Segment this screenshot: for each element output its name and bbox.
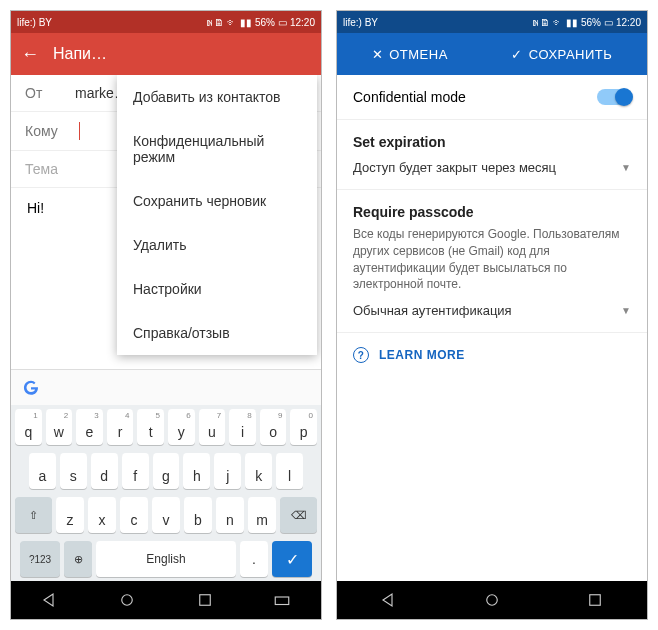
key-y[interactable]: 6y — [168, 409, 195, 445]
key-h[interactable]: h — [183, 453, 210, 489]
nav-home-icon[interactable] — [483, 591, 501, 609]
to-label: Кому — [25, 123, 75, 139]
help-icon: ? — [353, 347, 369, 363]
menu-delete[interactable]: Удалить — [117, 223, 317, 267]
toggle-switch[interactable] — [597, 89, 631, 105]
status-time: 12:20 — [616, 17, 641, 28]
svg-rect-1 — [200, 595, 211, 606]
check-icon: ✓ — [511, 47, 523, 62]
learn-more-link[interactable]: ? LEARN MORE — [337, 333, 647, 377]
menu-settings[interactable]: Настройки — [117, 267, 317, 311]
key-d[interactable]: d — [91, 453, 118, 489]
key-symbols[interactable]: ?123 — [20, 541, 60, 577]
passcode-title: Require passcode — [353, 204, 631, 220]
back-icon[interactable]: ← — [21, 44, 39, 65]
key-c[interactable]: c — [120, 497, 148, 533]
key-row-1: 1q 2w 3e 4r 5t 6y 7u 8i 9o 0p — [11, 405, 321, 449]
key-t[interactable]: 5t — [137, 409, 164, 445]
cancel-button[interactable]: ✕ ОТМЕНА — [372, 47, 448, 62]
menu-add-contacts[interactable]: Добавить из контактов — [117, 75, 317, 119]
key-u[interactable]: 7u — [199, 409, 226, 445]
svg-point-0 — [122, 595, 133, 606]
key-space[interactable]: English — [96, 541, 236, 577]
menu-confidential[interactable]: Конфиденциальный режим — [117, 119, 317, 179]
svg-rect-2 — [276, 597, 290, 605]
overflow-menu: Добавить из контактов Конфиденциальный р… — [117, 75, 317, 355]
key-l[interactable]: l — [276, 453, 303, 489]
menu-help[interactable]: Справка/отзыв — [117, 311, 317, 355]
key-w[interactable]: 2w — [46, 409, 73, 445]
confidential-label: Confidential mode — [353, 89, 466, 105]
key-q[interactable]: 1q — [15, 409, 42, 445]
status-bar: life:) BY ℕ 🗎 ᯤ ▮▮ 56% ▭ 12:20 — [11, 11, 321, 33]
status-signal: ▮▮ 56% — [566, 17, 601, 28]
key-m[interactable]: m — [248, 497, 276, 533]
status-time: 12:20 — [290, 17, 315, 28]
passcode-section: Require passcode Все коды генерируются G… — [337, 190, 647, 333]
expiration-dropdown[interactable]: Доступ будет закрыт через месяц ▼ — [353, 160, 631, 175]
status-battery: ▭ — [278, 17, 287, 28]
subject-label: Тема — [25, 161, 75, 177]
key-x[interactable]: x — [88, 497, 116, 533]
android-navbar — [337, 581, 647, 619]
status-signal: ▮▮ 56% — [240, 17, 275, 28]
key-s[interactable]: s — [60, 453, 87, 489]
save-button[interactable]: ✓ СОХРАНИТЬ — [511, 47, 612, 62]
chevron-down-icon: ▼ — [621, 162, 631, 173]
svg-point-5 — [487, 595, 498, 606]
key-g[interactable]: g — [153, 453, 180, 489]
key-n[interactable]: n — [216, 497, 244, 533]
nav-recent-icon[interactable] — [196, 591, 214, 609]
confidential-toggle-row[interactable]: Confidential mode — [337, 75, 647, 120]
key-f[interactable]: f — [122, 453, 149, 489]
save-label: СОХРАНИТЬ — [529, 47, 612, 62]
key-i[interactable]: 8i — [229, 409, 256, 445]
key-shift[interactable]: ⇧ — [15, 497, 52, 533]
passcode-desc: Все коды генерируются Google. Пользовате… — [353, 226, 631, 293]
key-period[interactable]: . — [240, 541, 268, 577]
key-emoji[interactable]: ⊕ — [64, 541, 92, 577]
key-o[interactable]: 9o — [260, 409, 287, 445]
google-icon[interactable] — [21, 378, 41, 398]
android-navbar — [11, 581, 321, 619]
header-title: Напи… — [53, 45, 107, 63]
key-row-2: a s d f g h j k l — [11, 449, 321, 493]
status-icons: ℕ 🗎 ᯤ — [207, 17, 238, 28]
key-a[interactable]: a — [29, 453, 56, 489]
key-k[interactable]: k — [245, 453, 272, 489]
status-carrier: life:) BY — [343, 17, 378, 28]
passcode-dropdown[interactable]: Обычная аутентификация ▼ — [353, 303, 631, 318]
nav-home-icon[interactable] — [118, 591, 136, 609]
key-j[interactable]: j — [214, 453, 241, 489]
dialog-header: ✕ ОТМЕНА ✓ СОХРАНИТЬ — [337, 33, 647, 75]
nav-recent-icon[interactable] — [586, 591, 604, 609]
key-row-3: ⇧ z x c v b n m ⌫ — [11, 493, 321, 537]
keyboard[interactable]: 1q 2w 3e 4r 5t 6y 7u 8i 9o 0p a s d f g … — [11, 369, 321, 581]
expiration-section: Set expiration Доступ будет закрыт через… — [337, 120, 647, 190]
key-backspace[interactable]: ⌫ — [280, 497, 317, 533]
compose-body: От marke… Кому Тема Hi! Добавить из конт… — [11, 75, 321, 369]
suggestion-bar[interactable] — [11, 369, 321, 405]
confidential-body: Confidential mode Set expiration Доступ … — [337, 75, 647, 581]
from-label: От — [25, 85, 75, 101]
nav-back-icon[interactable] — [380, 591, 398, 609]
compose-header: ← Напи… — [11, 33, 321, 75]
phone-left: life:) BY ℕ 🗎 ᯤ ▮▮ 56% ▭ 12:20 ← Напи… О… — [10, 10, 322, 620]
key-p[interactable]: 0p — [290, 409, 317, 445]
nav-back-icon[interactable] — [41, 591, 59, 609]
expiration-title: Set expiration — [353, 134, 631, 150]
expiration-value: Доступ будет закрыт через месяц — [353, 160, 556, 175]
status-bar: life:) BY ℕ 🗎 ᯤ ▮▮ 56% ▭ 12:20 — [337, 11, 647, 33]
close-icon: ✕ — [372, 47, 384, 62]
phone-right: life:) BY ℕ 🗎 ᯤ ▮▮ 56% ▭ 12:20 ✕ ОТМЕНА … — [336, 10, 648, 620]
passcode-value: Обычная аутентификация — [353, 303, 512, 318]
key-e[interactable]: 3e — [76, 409, 103, 445]
menu-save-draft[interactable]: Сохранить черновик — [117, 179, 317, 223]
key-z[interactable]: z — [56, 497, 84, 533]
status-battery: ▭ — [604, 17, 613, 28]
key-enter[interactable]: ✓ — [272, 541, 312, 577]
nav-keyboard-icon[interactable] — [273, 591, 291, 609]
key-b[interactable]: b — [184, 497, 212, 533]
key-r[interactable]: 4r — [107, 409, 134, 445]
key-v[interactable]: v — [152, 497, 180, 533]
